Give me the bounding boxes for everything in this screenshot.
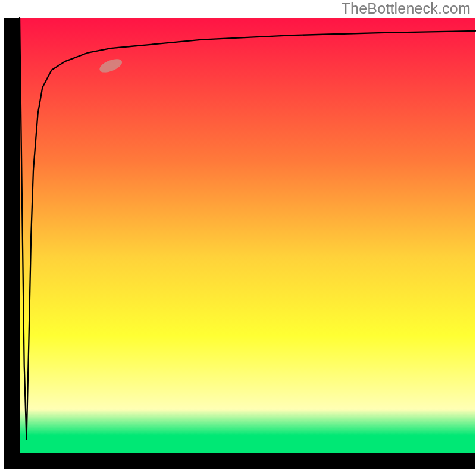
watermark-text: TheBottleneck.com <box>342 0 471 17</box>
chart-container: TheBottleneck.com <box>0 0 476 476</box>
chart-svg <box>0 0 476 476</box>
plot-background <box>20 18 475 453</box>
y-axis <box>4 18 20 458</box>
x-axis <box>4 453 475 469</box>
